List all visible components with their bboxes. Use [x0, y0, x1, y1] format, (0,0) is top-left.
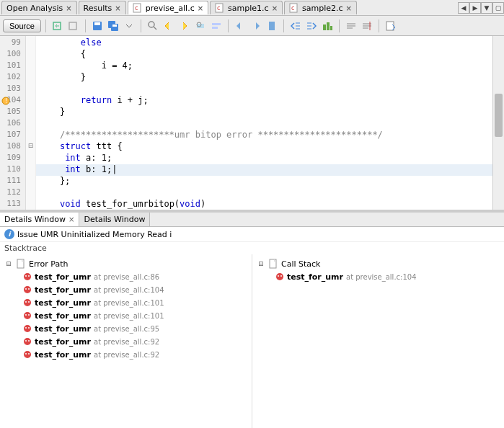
- shift-left-button[interactable]: [288, 19, 303, 33]
- code-line[interactable]: {: [36, 49, 492, 61]
- svg-point-47: [25, 301, 27, 303]
- svg-line-14: [154, 27, 156, 30]
- tab-label: sample1.c: [228, 4, 269, 13]
- maximize-button[interactable]: ▢: [492, 2, 504, 14]
- error-path-item[interactable]: test_for_umr at previse_all.c:92: [3, 335, 249, 348]
- tab-results[interactable]: Results×: [79, 1, 126, 14]
- svg-point-42: [28, 275, 30, 277]
- svg-point-13: [149, 22, 154, 27]
- code-area[interactable]: else { i = 4; } return i + j; } /*******…: [36, 36, 492, 210]
- code-line[interactable]: }: [36, 107, 492, 118]
- code-line[interactable]: return i + j;: [36, 95, 492, 107]
- find-selection-button[interactable]: [193, 19, 208, 33]
- line-number: 106: [0, 118, 25, 130]
- call-stack-root[interactable]: ⊟ Call Stack: [255, 257, 501, 270]
- svg-rect-27: [327, 22, 330, 30]
- save-all-button[interactable]: [106, 19, 120, 33]
- code-line[interactable]: void test_for_umrbitop(void): [36, 199, 492, 210]
- tab-label: Details Window: [4, 215, 66, 224]
- tab-previse-all-c[interactable]: cprevise_all.c×: [128, 1, 208, 14]
- svg-point-49: [24, 312, 31, 319]
- find-button[interactable]: [146, 19, 160, 33]
- call-stack-tree[interactable]: ⊟ Call Stack test_for_umr at previse_all…: [252, 254, 504, 428]
- bug-icon: [23, 298, 32, 307]
- fold-toggle[interactable]: ⊟: [26, 140, 35, 151]
- call-stack-item[interactable]: test_for_umr at previse_all.c:104: [255, 270, 501, 283]
- expand-icon[interactable]: ⊟: [6, 260, 13, 267]
- code-line[interactable]: [36, 84, 492, 95]
- expand-icon[interactable]: ⊟: [258, 260, 265, 267]
- tab-list-button[interactable]: ▼: [481, 2, 492, 14]
- tab-prev-button[interactable]: ◀: [458, 2, 469, 14]
- issue-text: Issue UMR Uninitialized Memory Read i: [17, 230, 172, 239]
- line-number: !104: [0, 95, 25, 107]
- fold-toggle: [26, 197, 35, 209]
- toggle-highlight-button[interactable]: [209, 19, 224, 33]
- history-back-button[interactable]: [50, 19, 65, 33]
- prev-bookmark-button[interactable]: [233, 19, 247, 33]
- find-next-button[interactable]: [177, 19, 192, 33]
- close-icon[interactable]: ×: [198, 4, 203, 12]
- code-line[interactable]: }: [36, 72, 492, 84]
- details-tab[interactable]: Details Window: [79, 213, 150, 226]
- code-line[interactable]: int b: 1;|: [36, 164, 492, 176]
- svg-point-62: [276, 273, 283, 280]
- comment-button[interactable]: [344, 19, 358, 33]
- uncomment-button[interactable]: [360, 19, 374, 33]
- tab-label: previse_all.c: [146, 4, 195, 13]
- fold-toggle: [26, 59, 35, 71]
- undo-dropdown[interactable]: [122, 19, 136, 33]
- error-path-item[interactable]: test_for_umr at previse_all.c:92: [3, 348, 249, 361]
- error-path-item[interactable]: test_for_umr at previse_all.c:101: [3, 296, 249, 309]
- close-icon[interactable]: ×: [346, 4, 352, 12]
- tab-sample1-c[interactable]: csample1.c×: [210, 1, 283, 14]
- fold-toggle[interactable]: ⊟: [26, 209, 35, 210]
- error-path-item[interactable]: test_for_umr at previse_all.c:86: [3, 270, 249, 283]
- error-path-item[interactable]: test_for_umr at previse_all.c:95: [3, 322, 249, 335]
- svg-rect-26: [323, 24, 326, 30]
- go-to-button[interactable]: [384, 19, 398, 33]
- code-line[interactable]: };: [36, 176, 492, 187]
- close-icon[interactable]: ×: [66, 4, 71, 12]
- code-line[interactable]: struct ttt {: [36, 141, 492, 153]
- macro-button[interactable]: [320, 19, 335, 33]
- tab-label: Details Window: [84, 215, 145, 224]
- close-icon[interactable]: ×: [115, 4, 120, 12]
- code-editor[interactable]: 99100101102103!1041051061071081091101111…: [0, 36, 504, 210]
- error-path-tree[interactable]: ⊟ Error Path test_for_umr at previse_all…: [0, 254, 252, 428]
- svg-rect-36: [386, 22, 394, 30]
- code-line[interactable]: [36, 118, 492, 130]
- tab-next-button[interactable]: ▶: [469, 2, 481, 14]
- error-path-title: Error Path: [29, 259, 68, 269]
- location-text: at previse_all.c:104: [94, 286, 164, 294]
- shift-right-button[interactable]: [304, 19, 319, 33]
- fold-toggle: [26, 48, 35, 59]
- code-line[interactable]: int a: 1;: [36, 153, 492, 164]
- find-prev-button[interactable]: [162, 19, 176, 33]
- details-tab[interactable]: Details Window×: [0, 213, 79, 226]
- code-line[interactable]: else: [36, 37, 492, 49]
- next-bookmark-button[interactable]: [249, 19, 263, 33]
- code-line[interactable]: [36, 187, 492, 199]
- tab-sample2-c[interactable]: csample2.c×: [284, 1, 357, 14]
- code-line[interactable]: /*********************umr bitop error **…: [36, 130, 492, 141]
- vertical-scrollbar[interactable]: [492, 36, 504, 210]
- history-fwd-button[interactable]: [66, 19, 81, 33]
- toggle-bookmark-button[interactable]: [265, 19, 279, 33]
- source-button[interactable]: Source: [3, 19, 41, 32]
- error-path-root[interactable]: ⊟ Error Path: [3, 257, 249, 270]
- scrollbar-thumb[interactable]: [495, 94, 503, 137]
- function-name: test_for_umr: [35, 350, 91, 360]
- code-line[interactable]: i = 4;: [36, 61, 492, 72]
- close-icon[interactable]: ×: [272, 4, 278, 12]
- fold-gutter[interactable]: ⊟⊟: [26, 36, 36, 210]
- tab-open-analysis[interactable]: Open Analysis×: [1, 1, 77, 14]
- error-path-item[interactable]: test_for_umr at previse_all.c:101: [3, 309, 249, 322]
- fold-toggle: [26, 128, 35, 140]
- save-button[interactable]: [90, 19, 105, 33]
- error-path-item[interactable]: test_for_umr at previse_all.c:104: [3, 283, 249, 296]
- location-text: at previse_all.c:92: [94, 351, 159, 359]
- stacktrace-label: Stacktrace: [0, 242, 504, 254]
- close-icon[interactable]: ×: [68, 215, 74, 223]
- c-file-icon: c: [133, 3, 143, 13]
